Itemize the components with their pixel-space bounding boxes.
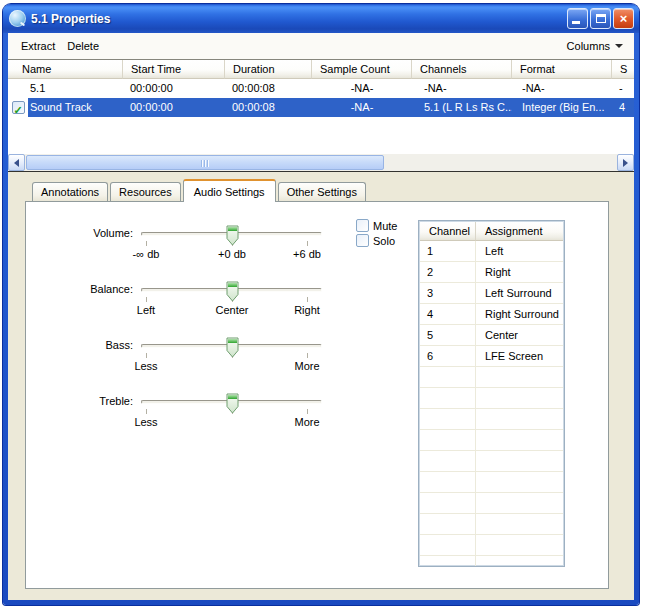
tabs-area: Annotations Resources Audio Settings Oth… [25,179,609,589]
table-row-selected[interactable]: Sound Track 00:00:00 00:00:08 -NA- 5.1 (… [8,98,634,117]
maximize-icon [596,14,606,23]
cell-name: Sound Track [28,98,123,117]
close-button[interactable]: × [613,8,634,29]
minimize-button[interactable] [567,8,588,29]
cell-duration: 00:00:08 [225,98,312,117]
arrow-right-icon [623,159,628,167]
channel-assignment: Left Surround [476,283,563,304]
channel-table-body: 1 Left 2 Right 3 Left Surround 4 [420,241,563,567]
track-list: Name Start Time Duration Sample Count Ch… [8,59,634,172]
empty-list-item[interactable] [420,493,563,514]
tab-annotations[interactable]: Annotations [32,182,108,201]
empty-list-item[interactable] [420,367,563,388]
treble-slider-thumb[interactable] [226,393,239,414]
horizontal-scrollbar[interactable] [8,154,634,171]
scrollbar-track[interactable] [25,154,617,171]
cell-duration: 00:00:08 [225,79,312,98]
menu-item-delete[interactable]: Delete [61,38,105,54]
volume-slider-thumb[interactable] [226,225,239,246]
empty-list-item[interactable] [420,472,563,493]
tick-mark [146,297,147,302]
column-header-name[interactable]: Name [8,60,123,79]
bass-tick-less: Less [111,360,181,372]
scroll-left-button[interactable] [8,154,25,171]
audio-settings-panel: Volume: -∞ db +0 db +6 db Balance: Lef [25,201,609,589]
channel-number: 3 [420,283,476,304]
track-list-header: Name Start Time Duration Sample Count Ch… [8,60,634,79]
row-checkbox-cell[interactable] [8,79,28,98]
bass-slider-thumb[interactable] [226,337,239,358]
mute-checkbox[interactable] [356,219,369,232]
checkbox-checked-icon[interactable] [12,101,25,114]
list-item[interactable]: 1 Left [420,241,563,262]
tab-audio-settings[interactable]: Audio Settings [183,179,276,202]
empty-list-item[interactable] [420,514,563,535]
cell-format: Integer (Big En... [512,98,612,117]
quicktime-icon [9,10,26,27]
cell-channels: -NA- [412,79,512,98]
mute-option[interactable]: Mute [356,219,397,232]
solo-option[interactable]: Solo [356,234,395,247]
volume-tick-max: +6 db [272,248,342,260]
solo-label: Solo [373,235,395,247]
empty-list-item[interactable] [420,556,563,567]
tick-mark [307,297,308,302]
channel-table-header: Channel Assignment [420,222,563,241]
maximize-button[interactable] [590,8,611,29]
treble-tick-less: Less [111,416,181,428]
treble-label: Treble: [26,395,133,407]
column-header-duration[interactable]: Duration [225,60,312,79]
window-title: 5.1 Properties [31,12,567,26]
empty-list-item[interactable] [420,535,563,556]
tick-mark [307,353,308,358]
balance-tick-center: Center [197,304,267,316]
column-header-format[interactable]: Format [512,60,612,79]
channel-assignment: Left [476,241,563,262]
column-header-sample-count[interactable]: Sample Count [312,60,412,79]
cell-channels: 5.1 (L R Ls Rs C... [412,98,512,117]
column-header-clipped[interactable]: S [612,60,634,79]
list-item[interactable]: 3 Left Surround [420,283,563,304]
empty-list-item[interactable] [420,388,563,409]
assignment-column-header: Assignment [476,222,563,241]
list-item[interactable]: 6 LFE Screen [420,346,563,367]
tab-resources[interactable]: Resources [110,182,181,201]
empty-list-item[interactable] [420,430,563,451]
tick-mark [307,409,308,414]
tab-other-settings[interactable]: Other Settings [278,182,366,201]
tick-mark [146,353,147,358]
columns-menu-button[interactable]: Columns [563,38,627,54]
list-item[interactable]: 2 Right [420,262,563,283]
bass-tick-more: More [272,360,342,372]
column-header-start-time[interactable]: Start Time [123,60,225,79]
columns-menu-label: Columns [567,40,610,52]
balance-slider-thumb[interactable] [226,281,239,302]
channel-number: 4 [420,304,476,325]
cell-sample-count: -NA- [312,98,412,117]
channel-number: 2 [420,262,476,283]
scrollbar-grip-icon [201,160,210,167]
menu-item-extract[interactable]: Extract [15,38,61,54]
channel-assignment: Right [476,262,563,283]
empty-list-item[interactable] [420,451,563,472]
cell-format: -NA- [512,79,612,98]
scrollbar-thumb[interactable] [26,155,384,170]
bass-label: Bass: [26,339,133,351]
cell-sample-count: -NA- [312,79,412,98]
treble-tick-more: More [272,416,342,428]
title-bar[interactable]: 5.1 Properties × [3,4,639,33]
mute-label: Mute [373,220,397,232]
scroll-right-button[interactable] [617,154,634,171]
table-row[interactable]: 5.1 00:00:00 00:00:08 -NA- -NA- -NA- - [8,79,634,98]
row-checkbox-cell[interactable] [8,98,28,117]
solo-checkbox[interactable] [356,234,369,247]
channel-assignment: Right Surround [476,304,563,325]
tick-mark [307,241,308,246]
list-item[interactable]: 5 Center [420,325,563,346]
empty-list-item[interactable] [420,409,563,430]
cell-clipped: - [612,79,634,98]
volume-label: Volume: [26,227,133,239]
list-item[interactable]: 4 Right Surround [420,304,563,325]
column-header-channels[interactable]: Channels [412,60,512,79]
channel-assignment: LFE Screen [476,346,563,367]
